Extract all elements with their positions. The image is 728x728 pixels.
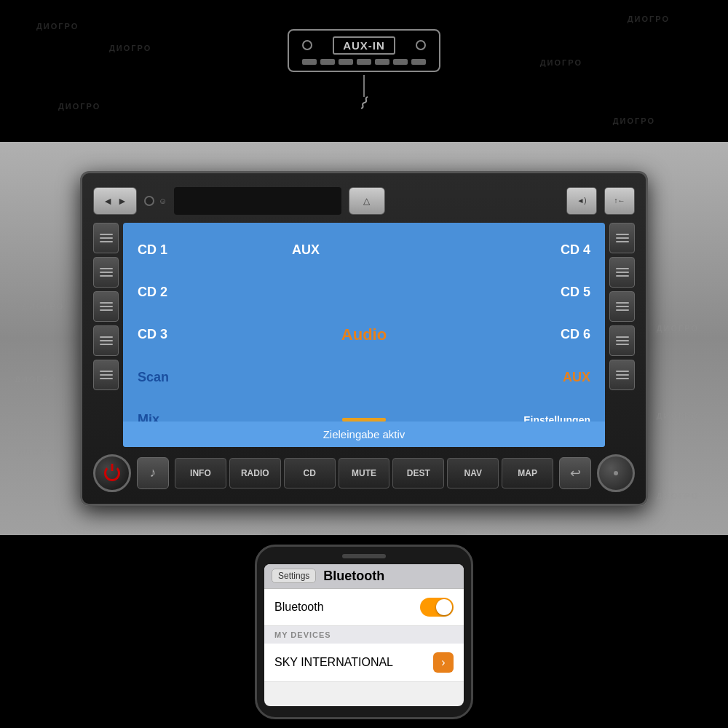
side-btn-lines-5: [100, 371, 113, 379]
line: [100, 340, 113, 341]
cd-slot: [174, 187, 341, 215]
aux-slot-3: [339, 59, 353, 65]
screen-scan: Scan: [138, 370, 169, 385]
line: [100, 344, 113, 345]
phone-screen: Settings Bluetooth Bluetooth MY DEVICES …: [264, 564, 464, 706]
side-btn-lines-3: [100, 302, 113, 311]
screen-bottom-bar: Zieleingabe aktiv: [123, 422, 605, 447]
right-side-btn-1[interactable]: [609, 223, 635, 253]
screen-cd4-cell: CD 4: [443, 230, 594, 269]
line: [100, 241, 113, 242]
screen-cd6: CD 6: [561, 327, 590, 342]
right-side-btn-2[interactable]: [609, 257, 635, 288]
line: [616, 237, 629, 239]
side-btn-r-lines-2: [616, 268, 629, 277]
line: [616, 374, 629, 376]
func-btn-mute[interactable]: MUTE: [339, 458, 390, 488]
music-button[interactable]: ♪: [137, 457, 169, 489]
func-btn-dest[interactable]: DEST: [392, 458, 444, 488]
aux-diagram: AUX-IN ⌇: [288, 29, 440, 114]
right-side-btn-4[interactable]: [609, 325, 635, 356]
screen-cd2-cell: CD 2: [134, 272, 285, 312]
line: [100, 309, 113, 311]
aux-device: AUX-IN: [288, 29, 440, 72]
right-top-btn-2[interactable]: ↑←: [604, 187, 635, 215]
left-side-btn-5[interactable]: [93, 360, 119, 390]
bluetooth-row: Bluetooth: [264, 589, 464, 626]
screen-cd3-cell: CD 3: [134, 315, 285, 355]
aux-slot-4: [357, 59, 371, 65]
right-side-btn-5[interactable]: [609, 360, 635, 390]
line: [616, 371, 629, 372]
screen-cd2: CD 2: [138, 285, 167, 300]
line: [616, 378, 629, 379]
back-button[interactable]: ↩: [559, 457, 591, 489]
nav-back-icon: ◄: [103, 195, 113, 207]
func-btn-radio[interactable]: RADIO: [229, 458, 281, 488]
radio-unit: ◄ ► ☺ △ ◄) ↑←: [80, 171, 648, 506]
side-btn-lines-4: [100, 336, 113, 345]
func-btn-nav[interactable]: NAV: [447, 458, 499, 488]
eject-icon: △: [363, 196, 370, 206]
left-side-btn-3[interactable]: [93, 291, 119, 322]
screen-aux-bottom: AUX: [563, 370, 590, 385]
side-btn-lines-1: [100, 234, 113, 242]
function-buttons: INFO RADIO CD MUTE DEST NAV MAP: [175, 458, 553, 488]
device-name: SKY INTERNATIONAL: [274, 656, 393, 669]
toggle-circle: [436, 599, 452, 615]
right-btn-2-icon: ↑←: [614, 197, 625, 205]
aux-slot-7: [411, 59, 426, 65]
radio-main-row: CD 1 AUX CD 4 CD 2 CD 5 CD 3: [93, 223, 635, 447]
line: [616, 272, 629, 273]
line: [616, 302, 629, 304]
eject-button[interactable]: △: [349, 187, 385, 215]
radio-nav-button[interactable]: ◄ ►: [93, 187, 137, 215]
power-button[interactable]: [93, 454, 131, 492]
screen-cd5: CD 5: [561, 285, 590, 300]
screen-cd3: CD 3: [138, 327, 167, 342]
right-side-btn-3[interactable]: [609, 291, 635, 322]
line: [616, 241, 629, 242]
side-btn-r-lines-3: [616, 302, 629, 311]
screen-cd5-cell: CD 5: [443, 272, 594, 312]
phone-speaker: [342, 554, 386, 558]
left-side-btn-2[interactable]: [93, 257, 119, 288]
aux-slot-2: [320, 59, 335, 65]
device-arrow[interactable]: ›: [433, 652, 454, 673]
cd-face-icon: ☺: [159, 197, 167, 205]
func-btn-cd[interactable]: CD: [284, 458, 336, 488]
settings-button[interactable]: Settings: [272, 569, 316, 583]
line: [100, 306, 113, 307]
music-icon: ♪: [150, 465, 157, 480]
device-row[interactable]: SKY INTERNATIONAL ›: [264, 644, 464, 682]
line: [616, 340, 629, 341]
screen-empty-cell: [288, 272, 440, 312]
radio-screen: CD 1 AUX CD 4 CD 2 CD 5 CD 3: [123, 223, 605, 447]
func-btn-info[interactable]: INFO: [175, 458, 226, 488]
radio-bottom-row: ♪ INFO RADIO CD MUTE DEST NAV MAP ↩: [93, 453, 635, 493]
bluetooth-toggle[interactable]: [420, 598, 454, 617]
aux-plug-icon: ⌇: [355, 92, 373, 114]
side-btn-r-lines-5: [616, 371, 629, 379]
left-side-btn-1[interactable]: [93, 223, 119, 253]
left-side-btn-4[interactable]: [93, 325, 119, 356]
middle-section: ДИОГРО ДИОГРО ДИОГРО ДИОГРО ДИОГРО ДИОГР…: [0, 142, 728, 535]
arrow-icon: ›: [441, 656, 445, 669]
power-icon: [104, 465, 120, 481]
line: [100, 302, 113, 304]
screen-aux-top: AUX: [292, 242, 320, 258]
line: [616, 268, 629, 269]
func-btn-map[interactable]: MAP: [502, 458, 553, 488]
radio-top-row: ◄ ► ☺ △ ◄) ↑←: [93, 184, 635, 217]
volume-knob[interactable]: [597, 454, 635, 492]
bottom-section: ДИОГРО ДИОГРО ДИОГРО ДИОГРО ДИОГРО ДИОГР…: [0, 535, 728, 728]
knob-dot: [614, 471, 618, 475]
top-indicator-left: [144, 196, 154, 206]
line: [100, 234, 113, 235]
screen-aux-bottom-cell: AUX: [443, 357, 594, 397]
aux-circle-right: [416, 40, 426, 50]
screen-cd6-cell: CD 6: [443, 315, 594, 355]
right-top-btn-1[interactable]: ◄): [566, 187, 597, 215]
line: [616, 306, 629, 307]
aux-cable: ⌇: [360, 75, 368, 114]
